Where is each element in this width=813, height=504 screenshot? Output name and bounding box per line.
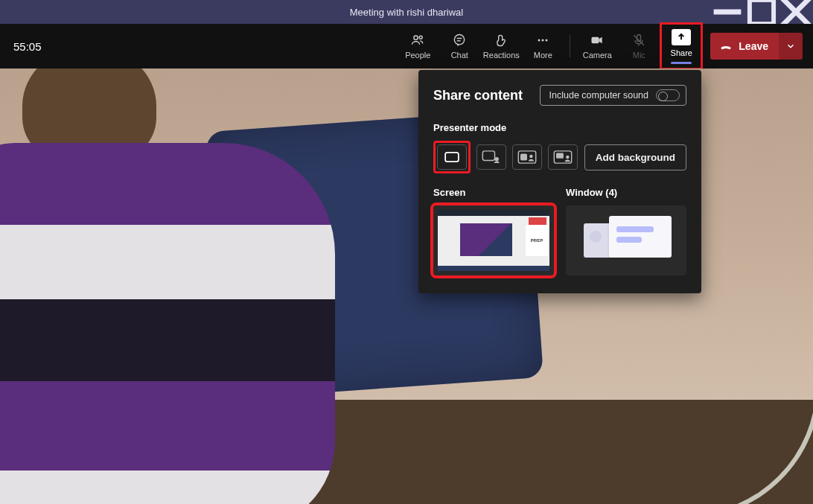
svg-point-11 [546, 39, 548, 42]
presenter-mode-standout[interactable] [476, 144, 506, 170]
chat-icon [452, 33, 467, 48]
leave-button[interactable]: Leave [710, 33, 779, 60]
reporter-icon [553, 150, 573, 164]
maximize-button[interactable] [745, 0, 779, 24]
more-button[interactable]: More [522, 26, 564, 66]
share-panel-title: Share content [433, 88, 523, 103]
svg-point-17 [495, 157, 499, 161]
window-title: Meeting with rishi dhariwal [0, 7, 813, 18]
share-screen-icon [672, 29, 691, 45]
meeting-toolbar: 55:05 People Chat Reactions More Camera … [0, 24, 813, 68]
svg-point-20 [529, 155, 533, 159]
chat-button[interactable]: Chat [439, 26, 480, 66]
svg-point-5 [419, 36, 422, 39]
toolbar-divider [570, 35, 570, 57]
meeting-timer: 55:05 [13, 40, 42, 53]
presenter-mode-side-by-side[interactable] [512, 144, 542, 170]
add-background-button[interactable]: Add background [584, 144, 686, 170]
mic-button[interactable]: Mic [618, 26, 660, 66]
presenter-mode-highlight [433, 141, 471, 173]
svg-rect-12 [592, 37, 599, 43]
svg-point-6 [455, 35, 465, 45]
include-computer-sound-toggle[interactable]: Include computer sound [540, 85, 686, 106]
svg-rect-22 [556, 153, 564, 159]
share-window-thumbnail[interactable] [566, 205, 686, 275]
window-section-heading: Window (4) [566, 187, 686, 198]
titlebar: Meeting with rishi dhariwal [0, 0, 813, 24]
reactions-icon [494, 33, 508, 48]
mic-muted-icon [631, 33, 646, 48]
minimize-button[interactable] [710, 0, 745, 24]
people-icon [410, 33, 425, 48]
screen-section-heading: Screen [433, 187, 554, 198]
svg-point-23 [566, 156, 570, 159]
presenter-mode-content-only[interactable] [437, 144, 467, 170]
svg-rect-1 [750, 0, 774, 24]
leave-button-group: Leave [710, 33, 803, 60]
people-button[interactable]: People [397, 26, 439, 66]
window-controls [710, 0, 813, 24]
svg-rect-16 [482, 151, 494, 161]
camera-icon [590, 33, 605, 48]
share-button[interactable]: Share [663, 26, 699, 66]
side-by-side-icon [517, 150, 537, 164]
camera-button[interactable]: Camera [576, 26, 618, 66]
share-button-highlight: Share [660, 22, 703, 70]
share-screen-thumbnail[interactable]: PREP [433, 205, 554, 275]
presenter-mode-reporter[interactable] [548, 144, 578, 170]
svg-rect-15 [445, 153, 459, 162]
standout-icon [482, 150, 501, 164]
svg-point-4 [414, 36, 418, 39]
svg-rect-19 [520, 154, 527, 161]
svg-point-9 [538, 39, 541, 42]
svg-point-10 [542, 39, 544, 42]
leave-options-button[interactable] [779, 33, 803, 60]
reactions-button[interactable]: Reactions [480, 26, 522, 66]
more-icon [535, 33, 550, 48]
chevron-down-icon [785, 41, 796, 51]
rectangle-icon [444, 151, 460, 163]
presenter-mode-heading: Presenter mode [433, 122, 686, 133]
toggle-off-icon [656, 89, 680, 101]
close-button[interactable] [779, 0, 813, 24]
share-content-panel: Share content Include computer sound Pre… [418, 70, 701, 293]
share-active-indicator [671, 62, 692, 64]
hangup-icon [719, 39, 733, 53]
